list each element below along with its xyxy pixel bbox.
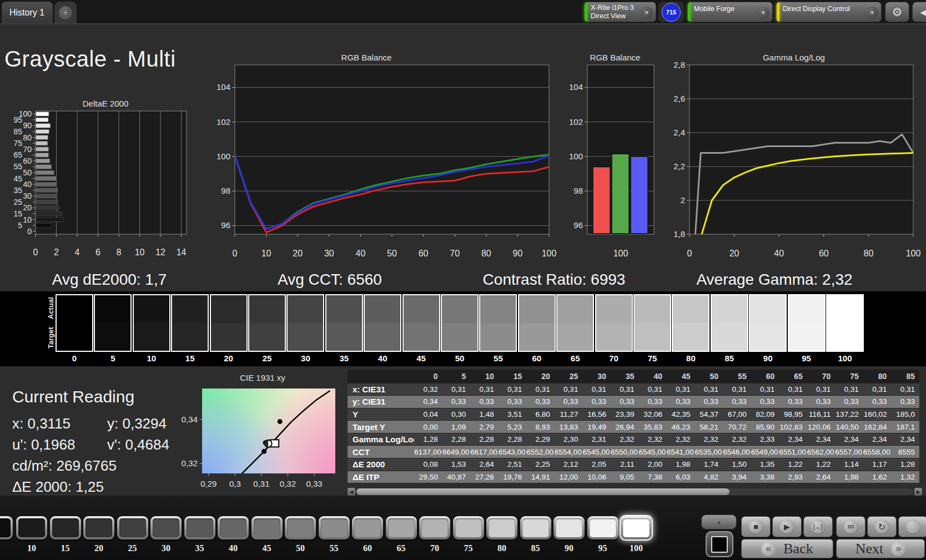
table-column-header: 35 bbox=[611, 370, 639, 383]
table-cell: 6550,00 bbox=[611, 446, 639, 458]
pattern-level-button-100[interactable] bbox=[621, 516, 652, 539]
pattern-level-button-90[interactable] bbox=[553, 516, 585, 539]
table-cell: 0,31 bbox=[470, 383, 499, 396]
table-cell: 0,33 bbox=[611, 396, 639, 408]
extra-button[interactable] bbox=[898, 516, 926, 537]
svg-text:85: 85 bbox=[13, 127, 22, 136]
chevron-down-icon[interactable]: ▼ bbox=[866, 7, 878, 19]
back-chevron-icon: « bbox=[761, 542, 776, 556]
pattern-window-button[interactable] bbox=[706, 531, 733, 557]
stop-button[interactable]: ■ bbox=[741, 516, 771, 537]
pattern-level-button-60[interactable] bbox=[352, 516, 383, 539]
pattern-level-button-40[interactable] bbox=[218, 516, 249, 539]
table-cell: 6649,00 bbox=[442, 446, 471, 458]
meter-selector-xrite[interactable]: X-Rite i1Pro 3 Direct View ▼ bbox=[584, 2, 656, 22]
next-button[interactable]: Next » bbox=[836, 539, 925, 558]
table-cell: 6554,00 bbox=[555, 446, 583, 458]
table-row-label: Target Y bbox=[348, 421, 414, 433]
swatch-45 bbox=[402, 294, 440, 352]
pattern-level-button-50[interactable] bbox=[285, 516, 316, 539]
step-measure-button[interactable]: [↔] bbox=[803, 516, 833, 537]
scrollbar-thumb[interactable] bbox=[356, 488, 729, 495]
display-control-selector[interactable]: Direct Display Control ▼ bbox=[776, 2, 882, 22]
pattern-thumbnail bbox=[287, 518, 314, 537]
table-cell: 0,00 bbox=[414, 421, 442, 433]
svg-text:4: 4 bbox=[75, 248, 80, 257]
svg-text:1,8: 1,8 bbox=[673, 229, 685, 239]
pattern-level-button-85[interactable] bbox=[520, 516, 551, 539]
pattern-level-button-65[interactable] bbox=[386, 516, 417, 539]
page-title: Grayscale - Multi bbox=[4, 47, 176, 72]
table-horizontal-scrollbar[interactable]: ◀ ▶ bbox=[348, 488, 922, 496]
chevron-down-icon[interactable]: ▼ bbox=[757, 7, 769, 19]
pattern-level-button-30[interactable] bbox=[150, 516, 182, 539]
chevron-down-icon[interactable]: ▼ bbox=[641, 7, 653, 19]
pattern-level-button-10[interactable] bbox=[16, 516, 47, 539]
chart-rgb-balance-line: 96981001021040102030405060708090100RGB B… bbox=[183, 53, 561, 264]
table-row: ΔE 20000,081,532,642,512,252,122,052,112… bbox=[348, 458, 919, 471]
table-column-header: 10 bbox=[470, 370, 499, 383]
svg-text:90: 90 bbox=[513, 249, 523, 258]
back-button[interactable]: « Back bbox=[741, 539, 833, 558]
scroll-left-arrow[interactable]: ◀ bbox=[348, 488, 355, 496]
swatch-15 bbox=[171, 294, 209, 352]
svg-text:96: 96 bbox=[573, 220, 583, 230]
pattern-level-button-80[interactable] bbox=[486, 516, 517, 539]
pattern-level-label: 50 bbox=[285, 543, 316, 553]
tab-history-1[interactable]: History 1 bbox=[2, 2, 53, 23]
table-cell: 0,31 bbox=[526, 383, 555, 396]
swatch-level-label: 30 bbox=[286, 354, 324, 363]
table-cell: 1,28 bbox=[414, 433, 442, 446]
table-cell: 6562,00 bbox=[807, 446, 836, 458]
swatch-level-label: 25 bbox=[248, 354, 286, 363]
collapse-panel-button[interactable]: ◀ bbox=[912, 2, 926, 22]
pattern-level-button-95[interactable] bbox=[587, 516, 618, 539]
pattern-level-button-25[interactable] bbox=[117, 516, 148, 539]
play-button[interactable]: ▶ bbox=[772, 516, 802, 537]
table-column-header: 45 bbox=[667, 370, 695, 383]
table-cell: 85,90 bbox=[751, 421, 779, 433]
source-selector-mobile-forge[interactable]: Mobile Forge ▼ bbox=[687, 2, 773, 22]
pattern-level-button-15[interactable] bbox=[50, 516, 81, 539]
svg-text:0: 0 bbox=[33, 248, 38, 257]
pattern-level-button-70[interactable] bbox=[419, 516, 450, 539]
svg-text:6: 6 bbox=[95, 248, 100, 257]
pattern-level-button-35[interactable] bbox=[184, 516, 215, 539]
svg-text:98: 98 bbox=[221, 186, 230, 195]
pattern-level-label: 95 bbox=[587, 543, 618, 553]
swatch-0 bbox=[56, 294, 93, 352]
continuous-measure-button[interactable]: ∞ bbox=[836, 516, 865, 537]
settings-button[interactable]: ⚙ bbox=[885, 2, 909, 22]
table-cell: 6535,00 bbox=[695, 446, 723, 458]
pattern-level-button[interactable] bbox=[0, 516, 13, 539]
table-column-header: 55 bbox=[723, 370, 751, 383]
table-column-header: 5 bbox=[442, 370, 471, 383]
svg-text:12: 12 bbox=[155, 248, 165, 257]
scrollbar-track[interactable] bbox=[356, 488, 913, 495]
swatch-actual bbox=[211, 295, 246, 323]
table-cell: 3,94 bbox=[723, 471, 751, 483]
scroll-right-arrow[interactable]: ▶ bbox=[914, 488, 922, 496]
pattern-level-button-20[interactable] bbox=[83, 516, 114, 539]
refresh-button[interactable]: ↻ bbox=[867, 516, 897, 537]
pattern-level-button-75[interactable] bbox=[453, 516, 484, 539]
add-history-tab-button[interactable]: + bbox=[54, 2, 77, 23]
table-cell: 6,03 bbox=[667, 471, 695, 483]
swatch-85 bbox=[711, 294, 748, 352]
table-cell: 8,93 bbox=[526, 421, 555, 433]
play-icon: ▶ bbox=[784, 522, 790, 531]
table-cell: 0,31 bbox=[582, 383, 611, 396]
swatch-50 bbox=[441, 294, 479, 352]
pattern-level-button-45[interactable] bbox=[251, 516, 283, 539]
swatch-actual bbox=[288, 295, 323, 323]
table-column-header: 85 bbox=[891, 370, 919, 383]
pattern-up-button[interactable]: ▲ bbox=[701, 514, 737, 529]
table-cell: 0,33 bbox=[442, 396, 471, 408]
cie-1931-chart: CIE 1931 xy0,320,340,290,30,310,320,33 bbox=[177, 372, 371, 491]
table-cell: 2,32 bbox=[695, 433, 723, 446]
meter-name: X-Rite i1Pro 3 bbox=[591, 4, 634, 12]
table-cell: 40,87 bbox=[442, 471, 471, 483]
swatch-level-label: 5 bbox=[94, 354, 132, 363]
table-cell: 0,31 bbox=[638, 383, 667, 396]
pattern-level-button-55[interactable] bbox=[319, 516, 350, 539]
